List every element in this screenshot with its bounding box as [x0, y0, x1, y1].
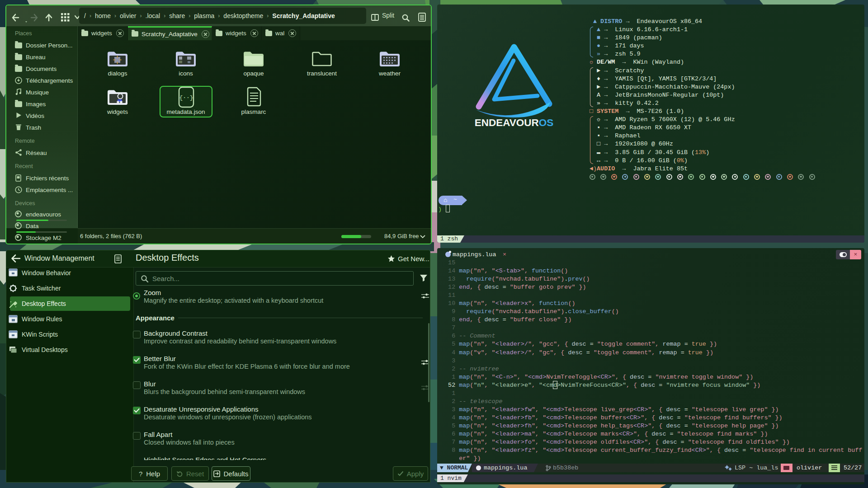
svg-text:{··}: {··}: [179, 94, 193, 101]
